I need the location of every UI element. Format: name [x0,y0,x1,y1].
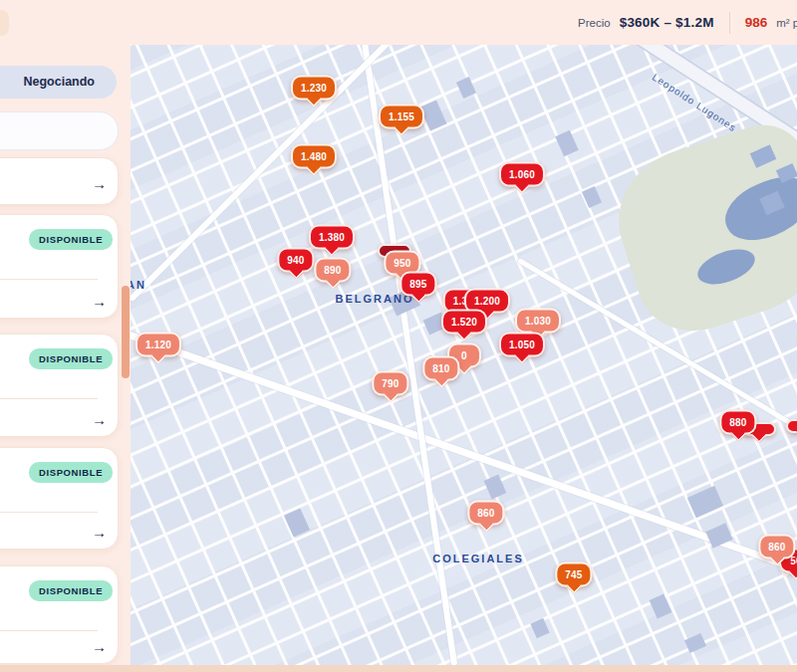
price-marker[interactable]: 880 [719,410,756,435]
price-marker[interactable]: 1.120 [135,333,181,357]
header-left-chip[interactable]: ES [0,10,9,36]
card-divider [0,398,98,399]
card-divider [0,512,98,513]
card-divider [0,630,98,631]
sidebar-scrollbar-thumb[interactable] [122,286,130,378]
listing-card[interactable]: DISPONIBLE → [0,214,119,319]
open-listing-arrow-icon[interactable]: → [92,411,107,428]
open-listing-arrow-icon[interactable]: → [92,524,107,541]
price-marker[interactable]: 1.050 [499,333,545,357]
area-filter-value[interactable]: 986 [745,15,768,30]
listing-card[interactable]: DISPONIBLE → [0,565,119,664]
status-badge: DISPONIBLE [29,348,113,369]
map-district-label: BELGRANO [336,293,414,305]
open-listing-arrow-icon[interactable]: → [92,638,107,655]
status-filter-pill[interactable]: Negociando [0,66,117,99]
open-listing-arrow-icon[interactable]: → [92,175,107,192]
price-marker[interactable]: 890 [314,258,351,283]
area-filter-unit: m² pr [776,17,797,29]
price-marker[interactable]: 745 [555,562,592,587]
listing-card[interactable]: → [0,157,119,205]
listings-sidebar: Negociando → DISPONIBLE → DISPONIBLE → D… [0,45,131,665]
price-marker[interactable]: 895 [399,272,436,297]
price-marker[interactable]: 860 [758,535,795,560]
top-header: ES Precio $360K – $1.2M 986 m² pr [0,0,797,45]
listing-card[interactable]: DISPONIBLE → [0,334,119,437]
price-marker[interactable]: 860 [467,501,504,526]
real-estate-map-app: { "header": { "left_chip": "ES", "price_… [0,0,797,672]
filter-summary: Precio $360K – $1.2M 986 m² pr [578,0,797,45]
price-marker[interactable]: 1.380 [309,225,355,250]
price-filter-value[interactable]: $360K – $1.2M [620,15,714,30]
price-marker[interactable]: 1.030 [515,309,561,334]
card-divider [0,279,98,280]
map-district-label: AN [131,279,146,291]
price-marker[interactable]: 790 [372,371,408,396]
header-divider [729,12,730,34]
price-marker[interactable]: 1.060 [499,162,545,187]
price-marker[interactable] [786,419,797,433]
price-marker[interactable]: 1.520 [441,310,487,335]
listing-card[interactable]: DISPONIBLE → [0,447,119,550]
map-district-label: COLEGIALES [432,553,524,564]
price-marker[interactable]: 810 [422,356,459,381]
price-marker[interactable]: 1.480 [291,144,337,169]
open-listing-arrow-icon[interactable]: → [92,293,107,310]
status-badge: DISPONIBLE [29,462,113,483]
price-marker[interactable]: 1.230 [291,76,337,101]
status-badge: DISPONIBLE [29,580,113,601]
status-badge: DISPONIBLE [29,229,113,250]
price-marker[interactable]: 940 [277,248,314,273]
price-marker[interactable]: 1.155 [379,105,424,129]
filter-pill-empty[interactable] [0,112,119,150]
bottom-strip [0,665,797,672]
price-filter-label: Precio [578,17,611,29]
